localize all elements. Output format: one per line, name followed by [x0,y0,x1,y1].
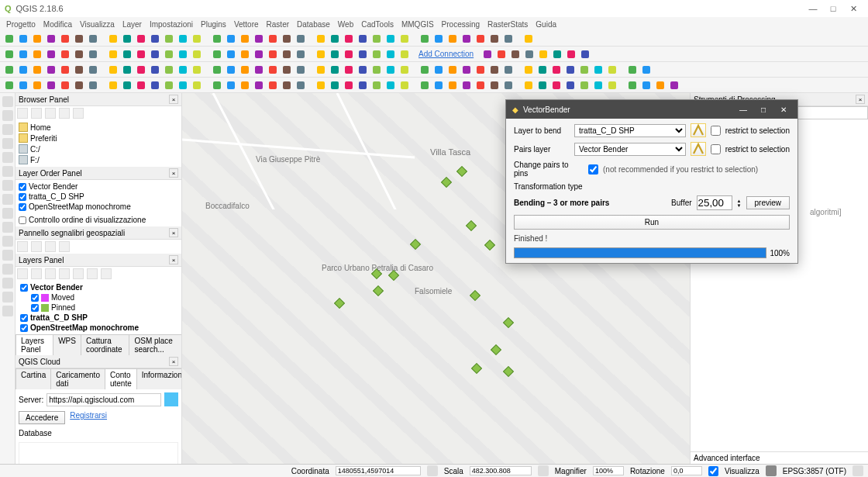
toolbar-button[interactable] [384,79,397,92]
toolbar-button[interactable] [163,79,175,92]
toolbar-button[interactable] [31,79,43,92]
side-tool[interactable] [2,306,13,316]
coord-input[interactable] [336,466,421,475]
add-connection-link[interactable]: Add Connection [418,50,474,58]
layer-order-checkbox[interactable]: Controllo ordine di visualizzazione [19,215,178,225]
side-tool[interactable] [2,250,13,261]
rot-input[interactable] [671,466,702,475]
toolbar-button[interactable] [356,79,369,92]
menu-item[interactable]: Modifica [43,20,72,29]
toolbar-button[interactable] [522,33,535,45]
toolbar-button[interactable] [432,64,445,76]
toolbar-button[interactable] [551,48,563,60]
toolbar-button[interactable] [578,64,591,76]
menu-item[interactable]: Raster [267,20,289,29]
toolbar-button[interactable] [384,64,397,76]
toolbar-button[interactable] [474,79,487,92]
toolbar-button[interactable] [45,64,57,76]
toolbar-button[interactable] [418,79,431,92]
toolbar-button[interactable] [370,79,383,92]
toolbar-button[interactable] [398,33,411,45]
side-tool[interactable] [2,194,13,205]
toolbar-button[interactable] [446,64,459,76]
toolbar-button[interactable] [121,33,133,45]
toolbar-button[interactable] [17,33,29,45]
toolbar-button[interactable] [668,79,680,92]
toolbar-button[interactable] [579,48,591,60]
layer-visibility-check[interactable] [31,294,39,302]
toolbar-button[interactable] [59,79,71,92]
lock-icon[interactable] [538,465,549,476]
buffer-input[interactable] [697,195,732,210]
toolbar-button[interactable] [446,79,459,92]
toolbar-button[interactable] [267,48,279,60]
toolbar-button[interactable] [502,64,515,76]
layers-tool[interactable] [73,268,84,279]
toolbar-button[interactable] [398,64,411,76]
spin-down-icon[interactable]: ▼ [737,203,742,208]
browser-close-icon[interactable]: × [169,95,178,104]
toolbar-button[interactable] [107,79,119,92]
toolbar-button[interactable] [474,33,487,45]
menu-item[interactable]: MMQGIS [401,20,434,29]
toolbar-button[interactable] [177,64,189,76]
layers-tool[interactable] [45,268,56,279]
layer-order-item[interactable]: Vector Bender [19,181,178,192]
toolbar-button[interactable] [640,64,653,76]
cloud-tab[interactable]: Informazioni [136,368,182,389]
toolbar-button[interactable] [432,79,445,92]
pairs-layer-select[interactable]: Vector Bender [574,143,686,156]
dialog-maximize-icon[interactable]: □ [756,103,771,116]
toolbar-button[interactable] [3,48,16,60]
toolbar-button[interactable] [45,79,57,92]
toolbar-button[interactable] [315,79,327,92]
toolbar-button[interactable] [418,64,431,76]
toolbar-button[interactable] [488,64,501,76]
browser-tool[interactable] [59,108,70,119]
restrict-check-1[interactable] [711,126,721,136]
menu-item[interactable]: Web [338,20,353,29]
mag-input[interactable] [593,466,624,475]
cloud-logo-icon[interactable] [164,392,178,406]
server-url-input[interactable] [46,393,161,406]
toolbar-button[interactable] [59,64,71,76]
menu-item[interactable]: Visualizza [80,20,115,29]
layer-order-item[interactable]: OpenStreetMap monochrome [19,202,178,212]
menu-item[interactable]: Guida [536,20,556,29]
layer-item[interactable]: tratta_C_D SHP [19,313,178,323]
layer-check[interactable] [19,193,26,201]
minimize-button[interactable]: — [803,2,823,16]
toolbar-button[interactable] [253,64,265,76]
layer-check[interactable] [19,203,26,211]
toolbar-button[interactable] [356,64,369,76]
menu-item[interactable]: RasterStats [487,20,528,29]
toolbar-button[interactable] [239,48,251,60]
bookmarks-tool[interactable] [59,241,70,252]
toolbar-button[interactable] [294,33,307,45]
bookmarks-tool[interactable] [45,241,56,252]
toolbar-button[interactable] [592,64,604,76]
toolbar-button[interactable] [606,64,618,76]
menu-item[interactable]: Layer [122,20,142,29]
toolbar-button[interactable] [3,79,16,92]
toolbar-button[interactable] [17,64,29,76]
toolbar-button[interactable] [495,48,508,60]
toolbar-button[interactable] [460,64,473,76]
toolbar-button[interactable] [370,33,383,45]
layer-visibility-check[interactable] [31,304,39,312]
toolbar-button[interactable] [253,79,265,92]
toolbar-button[interactable] [135,64,147,76]
toolbar-button[interactable] [211,48,223,60]
layer-to-bend-select[interactable]: tratta_C_D SHP [574,124,686,137]
side-tool[interactable] [2,180,13,191]
processing-close-icon[interactable]: × [856,95,865,104]
toolbar-button[interactable] [225,64,237,76]
toolbar-button[interactable] [17,48,29,60]
run-button[interactable]: Run [514,215,790,230]
maximize-button[interactable]: □ [823,2,843,16]
side-tool[interactable] [2,236,13,247]
side-tool[interactable] [2,124,13,135]
layers-tool[interactable] [59,268,70,279]
menu-item[interactable]: Plugins [201,20,226,29]
layer-item[interactable]: Pinned [19,302,178,313]
